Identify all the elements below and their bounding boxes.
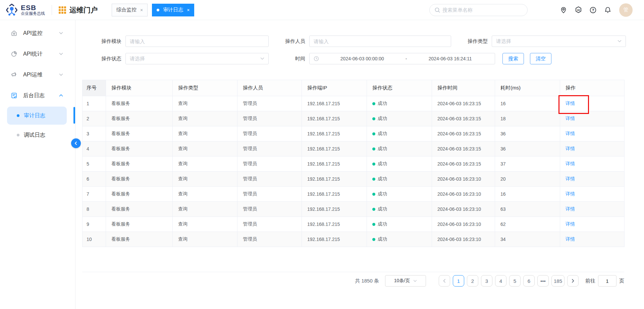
user-avatar[interactable]: 管 <box>619 3 633 17</box>
search-input[interactable] <box>442 7 523 13</box>
page-ellipsis-button[interactable]: ••• <box>537 275 549 287</box>
cell-ip: 192.168.17.215 <box>302 172 367 187</box>
filter-module-input[interactable] <box>130 39 264 44</box>
goto-suffix: 页 <box>619 275 624 287</box>
cell-action: 详情 <box>560 187 625 202</box>
cell-status: 成功 <box>367 96 432 111</box>
topbar: ESB 企业服务总线 运维门户 综合监控 × 审计日志 × <box>0 0 644 20</box>
status-success-dot-icon <box>372 132 375 135</box>
clear-button[interactable]: 清空 <box>530 53 551 64</box>
brand-subtitle: 企业服务总线 <box>21 11 45 16</box>
chevron-down-icon <box>59 32 63 35</box>
tab-audit-log[interactable]: 审计日志 × <box>152 4 194 16</box>
cell-cost: 18 <box>495 111 560 126</box>
sidebar-item-debug-log[interactable]: 调试日志 <box>0 125 75 145</box>
tab-close-icon[interactable]: × <box>187 7 190 13</box>
filter-operator-label: 操作人员 <box>284 38 305 45</box>
cell-type: 查询 <box>173 157 237 172</box>
open-tabs: 综合监控 × 审计日志 × <box>112 4 194 16</box>
cell-module: 看板服务 <box>106 157 173 172</box>
detail-link[interactable]: 详情 <box>566 236 575 242</box>
filter-type-select[interactable]: 请选择 <box>492 36 626 47</box>
goto-page-input[interactable] <box>598 275 616 287</box>
filter-module-label: 操作模块 <box>96 38 121 45</box>
sidebar-item-api-stats[interactable]: API统计 <box>0 44 75 64</box>
time-end-value[interactable]: 2024-06-03 16:24:11 <box>410 56 491 61</box>
filter-operator-input[interactable] <box>314 39 447 44</box>
page-button-2[interactable]: 2 <box>467 275 478 287</box>
topbar-icons: AI ? <box>559 6 612 14</box>
menu-search-box[interactable] <box>429 4 528 16</box>
chevron-down-icon <box>59 73 63 76</box>
cell-operator: 管理员 <box>237 217 302 232</box>
page-button-4[interactable]: 4 <box>495 275 506 287</box>
page-button-1[interactable]: 1 <box>453 275 464 287</box>
detail-link[interactable]: 详情 <box>566 191 575 196</box>
column-header: 操作人员 <box>237 80 302 96</box>
time-range-separator: - <box>406 56 407 61</box>
tab-close-icon[interactable]: × <box>140 7 143 13</box>
sidebar-item-backend-logs[interactable]: 后台日志 <box>0 85 75 106</box>
chevron-right-icon <box>572 279 575 283</box>
column-header: 操作模块 <box>106 80 173 96</box>
status-success-dot-icon <box>372 223 375 226</box>
cell-time: 2024-06-03 16:23:15 <box>432 141 495 157</box>
page-button-6[interactable]: 6 <box>523 275 535 287</box>
pagination: 共 1850 条 10条/页 123456•••185 前往 页 <box>82 272 624 309</box>
detail-link[interactable]: 详情 <box>566 206 575 211</box>
map-pin-icon[interactable] <box>559 6 568 14</box>
table-row: 6看板服务查询管理员192.168.17.215成功2024-06-03 16:… <box>83 172 625 187</box>
cell-type: 查询 <box>173 141 237 157</box>
detail-link[interactable]: 详情 <box>566 116 575 121</box>
detail-link[interactable]: 详情 <box>566 146 575 151</box>
notification-bell-icon[interactable] <box>604 6 612 14</box>
prev-page-button[interactable] <box>439 275 450 287</box>
svg-text:AI: AI <box>577 8 580 12</box>
detail-link[interactable]: 详情 <box>566 161 575 166</box>
cell-ip: 192.168.17.215 <box>302 141 367 157</box>
page-button-3[interactable]: 3 <box>481 275 492 287</box>
detail-link[interactable]: 详情 <box>566 131 575 136</box>
detail-link[interactable]: 详情 <box>566 221 575 227</box>
sidebar-item-audit-log[interactable]: 审计日志 <box>0 106 75 125</box>
cell-type: 查询 <box>173 172 237 187</box>
cell-ip: 192.168.17.215 <box>302 126 367 141</box>
next-page-button[interactable] <box>567 275 579 287</box>
page-size-select[interactable]: 10条/页 <box>385 275 426 287</box>
search-button[interactable]: 搜索 <box>502 53 524 64</box>
cell-action: 详情 <box>560 141 625 157</box>
cell-type: 查询 <box>173 232 237 247</box>
page-button-5[interactable]: 5 <box>509 275 521 287</box>
cell-status: 成功 <box>367 202 432 217</box>
status-success-dot-icon <box>372 102 375 105</box>
cell-action: 详情 <box>560 232 625 247</box>
table-row: 2看板服务查询管理员192.168.17.215成功2024-06-03 16:… <box>83 111 625 126</box>
table-row: 8看板服务查询管理员192.168.17.215成功2024-06-03 16:… <box>83 202 625 217</box>
clock-icon <box>314 56 319 61</box>
filter-status-select[interactable]: 请选择 <box>125 53 269 64</box>
tab-monitoring[interactable]: 综合监控 × <box>112 4 148 16</box>
cell-no: 10 <box>83 232 106 247</box>
time-range-picker[interactable]: 2024-06-03 00:00:00 - 2024-06-03 16:24:1… <box>309 53 495 64</box>
sidebar-item-api-monitor[interactable]: API监控 <box>0 23 75 44</box>
cell-no: 5 <box>83 157 106 172</box>
table-row: 9看板服务查询管理员192.168.17.215成功2024-06-03 16:… <box>83 217 625 232</box>
page-button-185[interactable]: 185 <box>551 275 565 287</box>
sidebar-item-api-ops[interactable]: API运维 <box>0 64 75 85</box>
status-success-dot-icon <box>372 117 375 120</box>
select-placeholder: 请选择 <box>130 56 145 62</box>
filter-operator-input-wrap <box>309 36 451 47</box>
brand-name: ESB <box>21 4 45 11</box>
time-start-value[interactable]: 2024-06-03 00:00:00 <box>322 56 403 61</box>
cell-module: 看板服务 <box>106 141 173 157</box>
cell-status: 成功 <box>367 126 432 141</box>
cell-time: 2024-06-03 16:23:10 <box>432 172 495 187</box>
cell-no: 6 <box>83 172 106 187</box>
cell-time: 2024-06-03 16:23:15 <box>432 126 495 141</box>
help-icon[interactable]: ? <box>589 6 597 14</box>
sidebar-collapse-button[interactable] <box>71 138 81 148</box>
ai-assistant-icon[interactable]: AI <box>574 6 582 14</box>
detail-link[interactable]: 详情 <box>566 176 575 181</box>
detail-link[interactable]: 详情 <box>566 101 575 106</box>
svg-text:?: ? <box>592 8 594 12</box>
